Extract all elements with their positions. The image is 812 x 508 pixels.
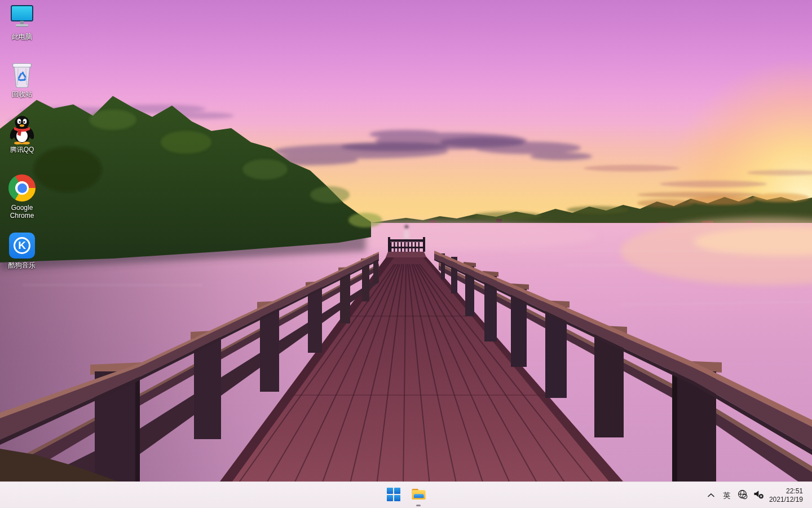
this-pc-icon [9,2,35,32]
google-chrome-icon [8,173,36,203]
desktop-icon-label: 回收站 [12,90,32,98]
speaker-muted-icon [753,489,764,501]
hidden-icons-chevron[interactable] [703,485,719,506]
desktop-icon-label: 腾讯QQ [10,146,34,154]
volume-status[interactable] [751,485,767,506]
clock-date: 2021/12/19 [769,496,803,504]
desktop-icon-label: 酷狗音乐 [8,261,36,269]
tencent-qq-icon [8,115,36,144]
taskbar-center [382,482,430,508]
desktop-icon-kugou-music[interactable]: K 酷狗音乐 [0,231,44,269]
desktop-icon-grid: 此电脑 回收站 [0,0,45,481]
desktop-icon-tencent-qq[interactable]: 腾讯QQ [0,115,44,154]
file-explorer-icon [411,487,426,504]
windows-start-icon [387,488,400,503]
start-button[interactable] [382,484,405,507]
running-app-indicator [416,505,421,506]
taskbar: 英 [0,481,812,508]
file-explorer-button[interactable] [407,484,430,507]
wallpaper-image [0,0,812,481]
desktop-icon-google-chrome[interactable]: Google Chrome [0,173,44,220]
recycle-bin-icon [10,60,34,89]
kugou-music-icon: K [9,231,35,260]
desktop-icon-this-pc[interactable]: 此电脑 [0,2,44,41]
desktop-icon-recycle-bin[interactable]: 回收站 [0,60,44,98]
network-status[interactable] [735,485,751,506]
system-tray: 英 [703,482,812,508]
ime-language-indicator[interactable]: 英 [719,485,735,506]
desktop-icon-label: Google Chrome [1,204,43,220]
wallpaper [0,0,812,481]
clock[interactable]: 22:51 2021/12/19 [767,485,805,506]
desktop-icon-label: 此电脑 [12,33,32,41]
globe-no-internet-icon [738,489,748,502]
clock-time: 22:51 [769,487,803,496]
